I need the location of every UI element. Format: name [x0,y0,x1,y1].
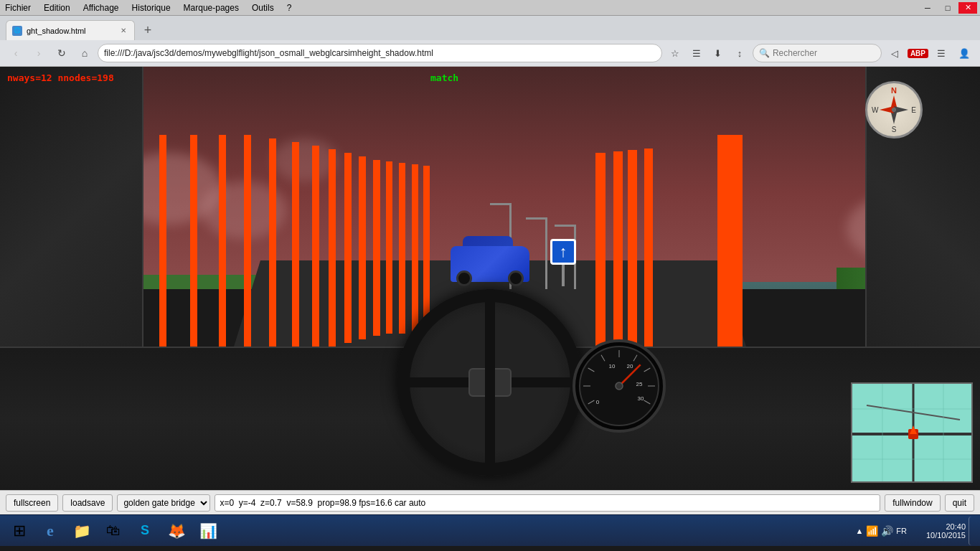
location-select[interactable]: golden gate bridge [117,494,210,512]
taskbar-store[interactable]: 🛍 [99,517,128,545]
bookmark-button[interactable]: ☆ [665,43,685,63]
taskbar-chart[interactable]: 📊 [194,517,222,545]
search-icon: 🔍 [759,48,770,58]
cloud-3 [273,138,337,182]
taskbar-clock[interactable]: 20:40 10/10/2015 [915,522,966,540]
sw-stripe-2 [491,372,494,393]
minimap-svg [852,384,973,483]
svg-text:10: 10 [609,363,616,369]
menu-fichier[interactable]: Fichier [3,2,33,14]
coords-input[interactable] [215,494,880,512]
menu-bar: Fichier Edition Affichage Historique Mar… [3,2,293,14]
tab-close-button[interactable]: ✕ [118,26,128,36]
hud-nways: nways=12 nnodes=198 [7,72,114,83]
compass-e: E [911,106,916,114]
light-pole-2 [545,217,547,289]
steering-wheel-wrap [397,289,583,476]
blue-car [447,232,533,282]
quit-button[interactable]: quit [945,494,974,512]
compass-s: S [892,126,897,133]
menu-edition[interactable]: Edition [42,2,72,14]
close-button[interactable]: ✕ [958,2,977,14]
sw-stripe-1 [486,372,489,393]
adp-badge: ABP [908,49,928,58]
forward-button[interactable]: › [29,43,49,63]
menu-affichage[interactable]: Affichage [81,2,121,14]
search-input[interactable] [773,48,880,58]
compass: N S E W [865,81,923,138]
loadsave-button[interactable]: loadsave [62,494,113,512]
compass-circle: N S E W [865,81,923,138]
svg-text:20: 20 [627,363,633,369]
taskbar-firefox[interactable]: 🦊 [162,517,191,545]
steering-wheel-center [468,368,512,397]
browser-tab[interactable]: 🌐 ght_shadow.html ✕ [6,20,135,40]
taskbar-ie[interactable]: e [36,517,65,545]
address-bar[interactable] [104,48,656,58]
compass-w: W [872,106,878,114]
window-controls: ─ □ ✕ [918,2,977,14]
nav-icon-left[interactable]: ◁ [885,43,905,63]
show-desktop-button[interactable] [969,517,974,545]
svg-text:0: 0 [596,399,600,405]
svg-point-21 [892,108,896,112]
profile-button[interactable]: 👤 [954,43,974,63]
tab-favicon: 🌐 [12,26,22,36]
maximize-button[interactable]: □ [938,2,957,14]
menu-button[interactable]: ☰ [931,43,951,63]
webgl-viewport[interactable]: ↑ [0,67,980,490]
road-sign: ↑ [549,239,578,275]
address-bar-wrap [98,44,662,62]
speedometer: 0 10 20 25 30 [573,339,666,433]
fullscreen-button[interactable]: fullscreen [6,494,58,512]
search-bar-wrap: 🔍 [753,44,882,62]
car-body [451,246,529,282]
compass-needle [876,92,912,128]
svg-text:25: 25 [636,381,643,387]
network-icon: 📶 [866,525,878,537]
lang-indicator[interactable]: FR [896,527,907,535]
taskbar-skype[interactable]: S [131,517,159,545]
menu-historique[interactable]: Historique [130,2,173,14]
svg-point-16 [616,382,623,390]
tab-title: ght_shadow.html [27,27,114,35]
taskbar: ⊞ e 📁 🛍 S 🦊 📊 ▲ 📶 🔊 FR 20:40 10/10/2015 [0,514,980,546]
fullwindow-button[interactable]: fullwindow [885,494,940,512]
sign-board: ↑ [550,239,576,265]
steering-wheel [397,289,583,476]
svg-text:30: 30 [638,395,644,402]
show-hidden-icon[interactable]: ▲ [855,527,863,535]
cloud-2 [201,182,287,239]
systray: ▲ 📶 🔊 FR [849,525,913,537]
download-button[interactable]: ⬇ [708,43,728,63]
hud-match: match [430,72,458,83]
minimize-button[interactable]: ─ [918,2,937,14]
start-button[interactable]: ⊞ [6,517,33,545]
browser-chrome: 🌐 ght_shadow.html ✕ + ‹ › ↻ ⌂ ☆ ☰ ⬇ ↕ 🔍 … [0,16,980,67]
car-wheel-left [456,270,472,286]
clock-time: 20:40 [946,522,966,531]
nav-icons-right: ☆ ☰ ⬇ ↕ [665,43,750,63]
arrow-up-icon: ↑ [559,244,567,260]
minimap [851,382,973,483]
bottom-toolbar: fullscreen loadsave golden gate bridge f… [0,490,980,514]
nav-bar: ‹ › ↻ ⌂ ☆ ☰ ⬇ ↕ 🔍 ◁ ABP ☰ 👤 [0,40,980,66]
car-wheel-right [508,270,524,286]
taskbar-explorer[interactable]: 📁 [67,517,96,545]
menu-marque-pages[interactable]: Marque-pages [182,2,241,14]
sync-button[interactable]: ↕ [730,43,750,63]
new-tab-button[interactable]: + [138,20,158,40]
dashboard: 0 10 20 25 30 [0,347,980,490]
titlebar: Fichier Edition Affichage Historique Mar… [0,0,980,16]
refresh-button[interactable]: ↻ [52,43,72,63]
home-button[interactable]: ⌂ [75,43,95,63]
compass-n: N [891,86,897,95]
menu-help[interactable]: ? [285,2,294,14]
back-button[interactable]: ‹ [6,43,26,63]
reader-button[interactable]: ☰ [687,43,707,63]
speedo-svg: 0 10 20 25 30 [576,343,662,429]
menu-outils[interactable]: Outils [250,2,276,14]
tab-bar: 🌐 ght_shadow.html ✕ + [0,16,980,40]
volume-icon: 🔊 [881,525,893,537]
clock-date: 10/10/2015 [926,531,966,540]
